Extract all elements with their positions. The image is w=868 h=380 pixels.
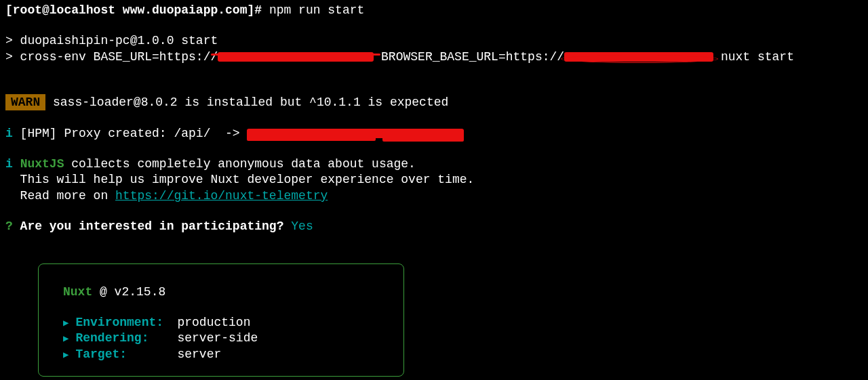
- question-answer[interactable]: Yes: [291, 219, 313, 233]
- triangle-icon: ▶: [63, 317, 68, 329]
- env-line: ▶Environment:production: [63, 315, 379, 331]
- warn-badge: WARN: [5, 94, 45, 110]
- proxy-text: [HPM] Proxy created: /api/ ->: [13, 127, 248, 140]
- terminal-output: [root@localhost www.duopaiapp.com]# npm …: [5, 3, 863, 377]
- nuxt-status-box: Nuxt @ v2.15.8 ▶Environment:production ▶…: [38, 263, 404, 377]
- triangle-icon: ▶: [63, 333, 68, 345]
- warn-text: sass-loader@8.0.2 is installed but ^10.1…: [45, 96, 448, 109]
- npm-script-line-2: > cross-env BASE_URL=https:// BROWSER_BA…: [5, 49, 863, 65]
- target-value: server: [177, 347, 221, 362]
- telemetry-line-3: Read more on https://git.io/nuxt-telemet…: [5, 188, 863, 204]
- telemetry-link[interactable]: https://git.io/nuxt-telemetry: [115, 189, 328, 203]
- info-icon: i: [5, 127, 13, 140]
- warn-line: WARN sass-loader@8.0.2 is installed but …: [5, 95, 863, 110]
- rendering-label: Rendering:: [75, 331, 177, 346]
- triangle-icon: ▶: [63, 349, 68, 361]
- shell-prompt: [root@localhost www.duopaiapp.com]#: [5, 3, 269, 17]
- npm-script-line-1: > duopaishipin-pc@1.0.0 start: [5, 33, 863, 49]
- rendering-line: ▶Rendering:server-side: [63, 331, 379, 346]
- target-label: Target:: [75, 347, 177, 362]
- nuxt-version-line: Nuxt @ v2.15.8: [63, 284, 379, 300]
- redacted-url-1: [218, 52, 374, 62]
- proxy-line: i [HPM] Proxy created: /api/ ->: [5, 126, 863, 142]
- rendering-value: server-side: [177, 331, 258, 346]
- target-line: ▶Target:server: [63, 347, 379, 362]
- question-text: Are you interested in participating?: [13, 219, 291, 233]
- command-text: npm run start: [269, 3, 364, 17]
- telemetry-line-1: i NuxtJS collects completely anonymous d…: [5, 156, 863, 172]
- telemetry-line-2: This will help us improve Nuxt developer…: [5, 172, 863, 188]
- question-mark-icon: ?: [5, 219, 13, 233]
- info-icon: i: [5, 157, 13, 171]
- prompt-line: [root@localhost www.duopaiapp.com]# npm …: [5, 3, 863, 18]
- env-value: production: [177, 315, 250, 331]
- question-line: ? Are you interested in participating? Y…: [5, 219, 863, 234]
- nuxt-label: NuxtJS: [20, 157, 64, 171]
- redacted-url-2: [564, 52, 713, 62]
- nuxt-title: Nuxt: [63, 285, 92, 299]
- env-label: Environment:: [75, 315, 177, 331]
- redacted-url-3: [247, 129, 464, 138]
